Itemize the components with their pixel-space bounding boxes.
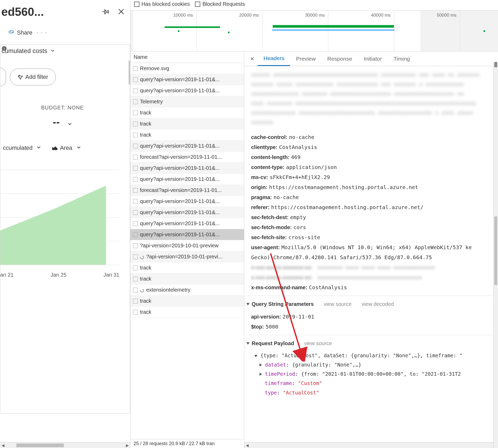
filter-pill-partial[interactable] <box>0 68 6 86</box>
pin-icon[interactable] <box>102 8 110 16</box>
request-checkbox[interactable] <box>133 166 138 171</box>
blocked-requests-checkbox[interactable]: Blocked Requests <box>195 1 245 7</box>
request-row[interactable]: track <box>130 296 244 307</box>
chevron-down-icon[interactable] <box>50 48 55 54</box>
request-name: query?api-version=2019-11-01&... <box>140 220 220 227</box>
request-row[interactable]: track <box>130 262 244 273</box>
request-row[interactable]: query?api-version=2019-11-01&... <box>130 218 244 229</box>
request-row[interactable]: track <box>130 307 244 318</box>
details-horizontal-scrollbar[interactable]: ◀▶ <box>244 442 498 448</box>
request-row[interactable]: ?api-version=2019-10-01-preview <box>130 240 244 251</box>
has-blocked-cookies-checkbox[interactable]: Has blocked cookies <box>134 1 190 7</box>
request-checkbox[interactable] <box>133 122 138 126</box>
header-row: pragma:no-cache <box>251 192 493 202</box>
request-checkbox[interactable] <box>133 310 138 315</box>
triangle-right-icon[interactable] <box>260 363 262 367</box>
request-name: forecast?api-version=2019-11-01... <box>140 154 222 160</box>
request-row[interactable]: track <box>130 118 244 129</box>
request-name: Remove.svg <box>140 65 169 71</box>
request-row[interactable]: Remove.svg <box>130 63 244 74</box>
request-checkbox[interactable] <box>133 66 138 71</box>
view-source-link[interactable]: view source <box>304 338 332 348</box>
request-row[interactable]: query?api-version=2019-11-01&... <box>130 196 244 207</box>
request-row[interactable]: extensiontelemetry <box>130 285 244 296</box>
request-row[interactable]: query?api-version=2019-11-01&... <box>130 74 244 85</box>
request-name: ?api-version=2019-10-01-previ... <box>146 254 223 260</box>
request-checkbox[interactable] <box>133 199 138 204</box>
triangle-down-icon[interactable] <box>254 355 257 357</box>
request-checkbox[interactable] <box>133 110 138 115</box>
tab-initiator[interactable]: Initiator <box>358 52 388 66</box>
svg-point-2 <box>140 289 144 292</box>
chart-type-dropdown[interactable]: Area <box>52 144 81 151</box>
request-checkbox[interactable] <box>133 188 138 193</box>
timeline-tick: 10000 ms <box>173 13 193 18</box>
request-row[interactable]: query?api-version=2019-11-01&... <box>130 174 244 185</box>
request-row[interactable]: query?api-version=2019-11-01&... <box>130 141 244 152</box>
chevron-down-icon[interactable] <box>67 117 72 129</box>
tab-headers[interactable]: Headers <box>258 51 290 66</box>
request-checkbox[interactable] <box>133 254 138 259</box>
request-checkbox[interactable] <box>133 77 138 82</box>
request-checkbox[interactable] <box>133 88 138 93</box>
horizontal-scrollbar[interactable]: ◀ ▶ <box>0 442 130 448</box>
title-actions <box>102 8 125 16</box>
request-row[interactable]: ?api-version=2019-10-01-previ... <box>130 251 244 262</box>
spinner-icon <box>140 288 144 292</box>
x-axis-tick: Jan 31 <box>104 272 119 278</box>
view-source-link[interactable]: view source <box>324 299 352 309</box>
network-timeline[interactable]: 10000 ms 20000 ms 30000 ms 40000 ms 5000… <box>130 11 498 51</box>
add-filter-button[interactable]: Add filter <box>10 69 56 85</box>
request-row[interactable]: forecast?api-version=2019-11-01... <box>130 152 244 163</box>
qsp-row: $top:5000 <box>251 322 493 332</box>
details-tabs: ✕ Headers Preview Response Initiator Tim… <box>244 51 498 66</box>
triangle-right-icon[interactable] <box>260 373 262 376</box>
section-query-string-parameters[interactable]: Query String Parameters view source view… <box>246 296 493 312</box>
view-accumulated-dropdown[interactable]: ccumulated <box>3 144 41 151</box>
request-checkbox[interactable] <box>133 266 138 270</box>
timeline-tick: 30000 ms <box>305 13 325 18</box>
requests-header-name[interactable]: Name <box>130 51 244 63</box>
share-link-icon[interactable] <box>8 29 15 36</box>
request-checkbox[interactable] <box>133 277 138 281</box>
request-checkbox[interactable] <box>133 232 138 237</box>
redacted-headers: xxxxxx xxxxxxxxxxxxxxxxxxxxxxxxxxxxxxxxx… <box>251 70 493 127</box>
request-row[interactable]: query?api-version=2019-11-01&... <box>130 163 244 174</box>
request-checkbox[interactable] <box>133 299 138 304</box>
payload-tree: {type: "ActualCost", dataSet: {granulari… <box>251 351 493 397</box>
timeline-tick: 50000 ms <box>437 13 457 18</box>
request-row[interactable]: query?api-version=2019-11-01&... <box>130 207 244 218</box>
close-icon[interactable] <box>118 8 125 16</box>
details-vertical-scrollbar[interactable] <box>493 62 498 448</box>
request-checkbox[interactable] <box>133 155 138 160</box>
request-row[interactable]: track <box>130 129 244 141</box>
request-details-column: ✕ Headers Preview Response Initiator Tim… <box>244 51 498 448</box>
view-decoded-link[interactable]: view decoded <box>362 299 394 309</box>
more-dots-icon[interactable]: · · · <box>35 29 50 36</box>
share-button[interactable]: Share <box>17 29 32 36</box>
section-request-payload[interactable]: Request Payload view source <box>246 335 493 351</box>
request-checkbox[interactable] <box>133 177 138 182</box>
request-checkbox[interactable] <box>133 133 138 137</box>
request-checkbox[interactable] <box>133 221 138 226</box>
info-icon[interactable]: i <box>2 46 7 51</box>
tab-timing[interactable]: Timing <box>388 52 416 66</box>
request-row[interactable]: query?api-version=2019-11-01&... <box>130 229 244 240</box>
svg-marker-0 <box>0 186 106 265</box>
request-row[interactable]: forecast?api-version=2019-11-01... <box>130 185 244 196</box>
request-checkbox[interactable] <box>133 144 138 148</box>
request-checkbox[interactable] <box>133 243 138 248</box>
blade-title-bar: ed560... <box>0 0 130 21</box>
tab-preview[interactable]: Preview <box>290 52 321 66</box>
request-checkbox[interactable] <box>133 210 138 215</box>
request-row[interactable]: track <box>130 273 244 285</box>
request-checkbox[interactable] <box>133 99 138 104</box>
budget-label: BUDGET: NONE <box>0 94 125 113</box>
close-details-icon[interactable]: ✕ <box>247 52 258 66</box>
request-checkbox[interactable] <box>133 288 138 292</box>
request-name: query?api-version=2019-11-01&... <box>140 143 220 149</box>
request-row[interactable]: Telemetry <box>130 96 244 107</box>
tab-response[interactable]: Response <box>321 52 358 66</box>
request-row[interactable]: query?api-version=2019-11-01&... <box>130 85 244 96</box>
request-row[interactable]: track <box>130 107 244 118</box>
